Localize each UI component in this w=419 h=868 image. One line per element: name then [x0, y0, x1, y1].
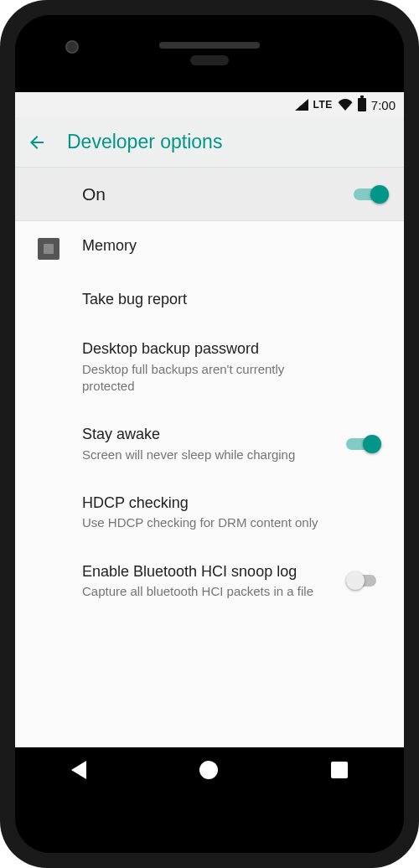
earpiece-speaker: [159, 42, 260, 49]
back-arrow-icon: [27, 132, 47, 152]
item-subtitle: Capture all bluetooth HCI packets in a f…: [82, 583, 332, 600]
list-item-memory[interactable]: Memory: [15, 221, 404, 275]
settings-list: Memory Take bug report Desktop backup pa…: [15, 221, 404, 747]
master-toggle-row[interactable]: On: [15, 168, 404, 221]
item-subtitle: Use HDCP checking for DRM content only: [82, 514, 332, 531]
item-title: Desktop backup password: [82, 339, 332, 359]
list-item-backup-password[interactable]: Desktop backup password Desktop full bac…: [15, 324, 404, 410]
nav-back-button[interactable]: [71, 761, 86, 779]
master-toggle-label: On: [82, 184, 354, 204]
status-bar: LTE 7:00: [15, 92, 404, 117]
sensor-slot: [190, 55, 229, 65]
item-title: Take bug report: [82, 290, 332, 309]
list-item-bt-snoop[interactable]: Enable Bluetooth HCI snoop log Capture a…: [15, 547, 404, 616]
nav-recent-button[interactable]: [331, 762, 348, 778]
list-item-stay-awake[interactable]: Stay awake Screen will never sleep while…: [15, 410, 404, 478]
item-title: Stay awake: [82, 425, 332, 444]
nav-home-button[interactable]: [199, 761, 218, 779]
item-title: Memory: [82, 236, 332, 256]
cell-signal-icon: [295, 99, 308, 111]
chip-icon: [38, 238, 59, 260]
item-title: Enable Bluetooth HCI snoop log: [82, 562, 332, 581]
stay-awake-switch[interactable]: [346, 434, 381, 454]
list-item-bug-report[interactable]: Take bug report: [15, 275, 404, 324]
clock: 7:00: [371, 98, 396, 112]
bt-snoop-switch[interactable]: [346, 571, 381, 591]
phone-inner: LTE 7:00 Developer options On: [15, 15, 404, 853]
item-subtitle: Desktop full backups aren't currently pr…: [82, 361, 332, 395]
nav-bar: [15, 747, 404, 793]
wifi-icon: [338, 99, 353, 111]
front-camera: [65, 40, 79, 54]
bezel-bottom: [15, 793, 404, 853]
bezel-top: [15, 15, 404, 92]
phone-frame: LTE 7:00 Developer options On: [0, 0, 419, 868]
list-item-hdcp[interactable]: HDCP checking Use HDCP checking for DRM …: [15, 478, 404, 547]
item-title: HDCP checking: [82, 493, 332, 513]
page-title: Developer options: [67, 131, 222, 153]
network-type: LTE: [313, 99, 333, 111]
screen: LTE 7:00 Developer options On: [15, 92, 404, 793]
battery-icon: [358, 98, 366, 111]
app-bar: Developer options: [15, 117, 404, 168]
item-subtitle: Screen will never sleep while charging: [82, 447, 332, 463]
master-toggle-switch[interactable]: [354, 184, 389, 204]
back-button[interactable]: [27, 132, 47, 152]
